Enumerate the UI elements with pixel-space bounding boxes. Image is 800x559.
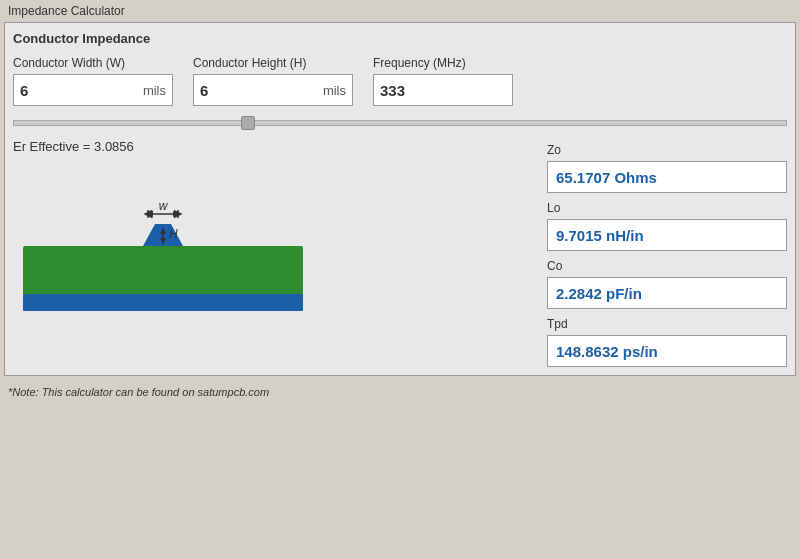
svg-text:w: w [159,199,169,213]
inputs-row: Conductor Width (W) 6 mils Conductor Hei… [13,56,787,106]
co-field: 2.2842 pF/in [547,277,787,309]
lo-field: 9.7015 nH/in [547,219,787,251]
section-title: Conductor Impedance [13,31,787,46]
note-text: *Note: This calculator can be found on s… [8,386,269,398]
width-unit: mils [143,83,166,98]
height-unit: mils [323,83,346,98]
tpd-value: 148.8632 ps/in [556,343,658,360]
height-field[interactable]: 6 mils [193,74,353,106]
left-panel: Er Effective = 3.0856 w [13,139,537,367]
right-panel: Zo 65.1707 Ohms Lo 9.7015 nH/in Co 2.284… [547,139,787,367]
cross-section-diagram: w H [13,166,313,321]
er-effective-label: Er Effective = 3.0856 [13,139,537,154]
width-group: Conductor Width (W) 6 mils [13,56,173,106]
zo-value: 65.1707 Ohms [556,169,657,186]
co-value: 2.2842 pF/in [556,285,642,302]
lo-value: 9.7015 nH/in [556,227,644,244]
height-group: Conductor Height (H) 6 mils [193,56,353,106]
window-title: Impedance Calculator [0,0,800,22]
width-label: Conductor Width (W) [13,56,173,70]
co-label: Co [547,259,787,273]
frequency-value: 333 [380,82,506,99]
tpd-label: Tpd [547,317,787,331]
height-value: 6 [200,82,323,99]
frequency-field[interactable]: 333 [373,74,513,106]
frequency-group: Frequency (MHz) 333 [373,56,513,106]
zo-field: 65.1707 Ohms [547,161,787,193]
height-label: Conductor Height (H) [193,56,353,70]
frequency-label: Frequency (MHz) [373,56,513,70]
width-field[interactable]: 6 mils [13,74,173,106]
slider[interactable] [13,120,787,126]
content-area: Er Effective = 3.0856 w [13,139,787,367]
svg-text:H: H [169,227,178,241]
note-area: *Note: This calculator can be found on s… [0,380,800,403]
lo-label: Lo [547,201,787,215]
width-value: 6 [20,82,143,99]
zo-label: Zo [547,143,787,157]
diagram-area: w H [13,166,333,326]
slider-row [13,114,787,129]
tpd-field: 148.8632 ps/in [547,335,787,367]
main-panel: Conductor Impedance Conductor Width (W) … [4,22,796,376]
svg-rect-1 [23,294,303,311]
